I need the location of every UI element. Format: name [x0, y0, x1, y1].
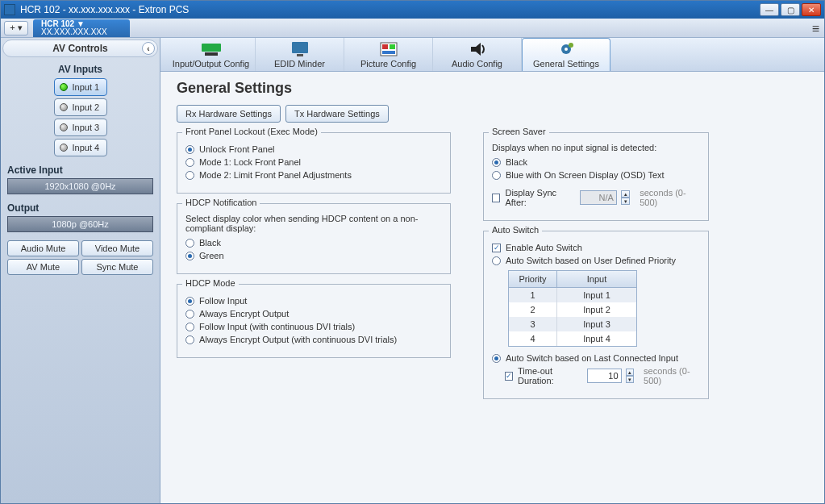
- main-panel: Input/Output Config EDID Minder Picture …: [160, 38, 824, 503]
- radio-label: Auto Switch based on Last Connected Inpu…: [506, 353, 678, 363]
- speaker-icon: [466, 40, 489, 58]
- window-title: HCR 102 - xx.xxx.xxx.xxx - Extron PCS: [20, 4, 760, 15]
- radio-label: Follow Input (with continuous DVI trials…: [199, 322, 355, 331]
- group-legend: Auto Switch: [489, 225, 542, 235]
- close-button[interactable]: ✕: [802, 3, 821, 16]
- menu-icon[interactable]: ≡: [812, 22, 819, 36]
- status-dot-icon: [60, 144, 68, 152]
- radio-label: Black: [506, 157, 527, 167]
- checkbox-label: Display Sync After:: [505, 188, 575, 207]
- page-title: General Settings: [177, 80, 808, 97]
- input-label: Input 2: [73, 102, 100, 112]
- input-label: Input 1: [73, 82, 100, 92]
- input-label: Input 3: [73, 123, 100, 132]
- titlebar: HCR 102 - xx.xxx.xxx.xxx - Extron PCS — …: [1, 1, 824, 19]
- mode2-radio[interactable]: [185, 171, 194, 180]
- radio-label: Auto Switch based on User Defined Priori…: [506, 256, 676, 265]
- col-input: Input: [557, 271, 636, 287]
- av-mute-button[interactable]: AV Mute: [7, 259, 79, 275]
- collapse-icon[interactable]: ‹: [142, 42, 155, 55]
- table-row[interactable]: 1Input 1: [509, 288, 636, 302]
- hdcp-mode-group: HDCP Mode Follow Input Always Encrypt Ou…: [177, 284, 451, 358]
- radio-label: Always Encrypt Output (with continuous D…: [199, 335, 397, 344]
- tab-label: Picture Config: [360, 59, 416, 69]
- input-label: Input 4: [73, 143, 100, 152]
- radio-label: Mode 2: Limit Front Panel Adjustments: [199, 170, 352, 180]
- input-1-button[interactable]: Input 1: [54, 78, 107, 96]
- svg-rect-3: [297, 54, 303, 56]
- mode1-radio[interactable]: [185, 158, 194, 167]
- checkbox-label: Enable Auto Switch: [506, 243, 582, 252]
- hdcpm-follow-dvi-radio[interactable]: [185, 323, 194, 331]
- seconds-hint: seconds (0-500): [640, 188, 700, 207]
- active-input-value: 1920x1080 @0Hz: [7, 178, 153, 194]
- spin-down-icon: ▾: [621, 198, 630, 205]
- display-sync-value: N/A: [580, 190, 616, 205]
- auto-switch-group: Auto Switch Enable Auto Switch Auto Swit…: [483, 231, 709, 399]
- sidebar: AV Controls ‹ AV Inputs Input 1 Input 2 …: [1, 38, 160, 503]
- radio-label: Mode 1: Lock Front Panel: [199, 157, 301, 167]
- rx-hardware-settings-button[interactable]: Rx Hardware Settings: [177, 105, 281, 123]
- minimize-button[interactable]: —: [760, 3, 779, 16]
- output-value: 1080p @60Hz: [7, 216, 153, 232]
- screen-saver-note: Displays when no input signal is detecte…: [492, 143, 700, 152]
- as-last-connected-radio[interactable]: [492, 354, 501, 363]
- tab-edid-minder[interactable]: EDID Minder: [256, 38, 344, 71]
- svg-rect-7: [382, 51, 395, 54]
- radio-label: Follow Input: [199, 296, 247, 306]
- tab-general-settings[interactable]: General Settings: [522, 38, 610, 71]
- input-4-button[interactable]: Input 4: [54, 139, 107, 156]
- table-row[interactable]: 3Input 3: [509, 317, 636, 331]
- status-dot-icon: [60, 83, 68, 91]
- sidebar-header: AV Controls ‹: [2, 40, 158, 57]
- status-dot-icon: [60, 123, 68, 131]
- hdcpm-always-radio[interactable]: [185, 310, 194, 319]
- hdcp-black-radio[interactable]: [185, 239, 194, 248]
- tab-audio-config[interactable]: Audio Config: [433, 38, 522, 71]
- audio-mute-button[interactable]: Audio Mute: [7, 240, 79, 256]
- device-tab-name: HCR 102 ▼: [41, 20, 122, 28]
- hdcp-green-radio[interactable]: [185, 252, 194, 260]
- table-row[interactable]: 2Input 2: [509, 302, 636, 317]
- gear-icon: [555, 40, 577, 58]
- active-input-label: Active Input: [7, 165, 153, 176]
- status-dot-icon: [60, 103, 68, 111]
- input-2-button[interactable]: Input 2: [54, 98, 107, 116]
- app-icon: [4, 4, 15, 15]
- radio-label: Always Encrypt Output: [199, 309, 289, 319]
- group-legend: HDCP Mode: [182, 278, 239, 288]
- spin-up-icon: ▴: [621, 190, 630, 198]
- svg-rect-5: [382, 44, 388, 49]
- input-3-button[interactable]: Input 3: [54, 119, 107, 136]
- hdcpm-always-dvi-radio[interactable]: [185, 335, 194, 344]
- tab-label: General Settings: [533, 59, 599, 69]
- as-user-priority-radio[interactable]: [492, 256, 501, 265]
- device-tab[interactable]: HCR 102 ▼ XX.XXX.XXX.XXX: [33, 19, 130, 37]
- spin-down-icon[interactable]: ▾: [626, 376, 635, 383]
- document-tab-bar: + ▾ HCR 102 ▼ XX.XXX.XXX.XXX ≡: [1, 19, 824, 38]
- enable-auto-switch-checkbox[interactable]: [492, 244, 501, 252]
- seconds-hint: seconds (0-500): [644, 366, 700, 385]
- tab-label: EDID Minder: [274, 59, 325, 69]
- video-mute-button[interactable]: Video Mute: [81, 240, 153, 256]
- spin-up-icon[interactable]: ▴: [626, 369, 635, 376]
- display-sync-after-checkbox[interactable]: [492, 194, 500, 202]
- tx-hardware-settings-button[interactable]: Tx Hardware Settings: [285, 105, 389, 123]
- svg-rect-2: [292, 42, 308, 53]
- timeout-input[interactable]: 10: [587, 369, 622, 383]
- unlock-front-panel-radio[interactable]: [185, 145, 194, 154]
- hdcp-note: Select display color when sending HDCP c…: [185, 214, 442, 233]
- sync-mute-button[interactable]: Sync Mute: [81, 259, 153, 275]
- ss-black-radio[interactable]: [492, 158, 501, 167]
- col-priority: Priority: [509, 271, 557, 287]
- timeout-duration-checkbox[interactable]: [505, 372, 513, 381]
- tab-picture-config[interactable]: Picture Config: [344, 38, 433, 71]
- ss-blue-osd-radio[interactable]: [492, 171, 501, 180]
- tab-io-config[interactable]: Input/Output Config: [167, 38, 256, 71]
- svg-point-11: [569, 43, 573, 48]
- hdcpm-follow-radio[interactable]: [185, 297, 194, 306]
- table-row[interactable]: 4Input 4: [509, 331, 636, 346]
- add-device-button[interactable]: + ▾: [4, 21, 28, 35]
- maximize-button[interactable]: ▢: [781, 3, 800, 16]
- radio-label: Unlock Front Panel: [199, 144, 275, 154]
